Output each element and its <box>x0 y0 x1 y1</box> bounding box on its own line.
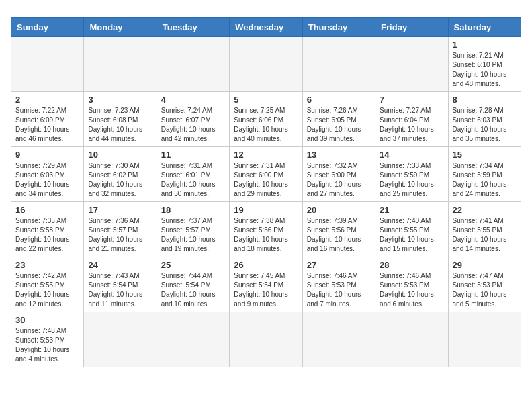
calendar-cell: 12Sunrise: 7:31 AM Sunset: 6:00 PM Dayli… <box>230 147 302 202</box>
calendar-cell: 14Sunrise: 7:33 AM Sunset: 5:59 PM Dayli… <box>375 147 448 202</box>
day-info: Sunrise: 7:40 AM Sunset: 5:55 PM Dayligh… <box>380 216 443 254</box>
weekday-thursday: Thursday <box>302 18 375 37</box>
calendar-cell: 28Sunrise: 7:46 AM Sunset: 5:53 PM Dayli… <box>375 257 448 312</box>
calendar-cell <box>230 312 302 367</box>
day-info: Sunrise: 7:27 AM Sunset: 6:04 PM Dayligh… <box>380 106 443 144</box>
day-number: 6 <box>307 95 371 105</box>
weekday-wednesday: Wednesday <box>230 18 302 37</box>
day-info: Sunrise: 7:23 AM Sunset: 6:08 PM Dayligh… <box>88 106 152 144</box>
calendar-cell: 19Sunrise: 7:38 AM Sunset: 5:56 PM Dayli… <box>230 202 302 257</box>
day-number: 9 <box>15 150 79 160</box>
day-info: Sunrise: 7:22 AM Sunset: 6:09 PM Dayligh… <box>15 106 79 144</box>
calendar-cell: 21Sunrise: 7:40 AM Sunset: 5:55 PM Dayli… <box>375 202 448 257</box>
day-number: 24 <box>88 260 152 270</box>
calendar-cell: 18Sunrise: 7:37 AM Sunset: 5:57 PM Dayli… <box>157 202 229 257</box>
calendar-cell: 9Sunrise: 7:29 AM Sunset: 6:03 PM Daylig… <box>11 147 84 202</box>
calendar-cell: 6Sunrise: 7:26 AM Sunset: 6:05 PM Daylig… <box>302 92 375 147</box>
calendar-cell <box>157 312 229 367</box>
day-number: 20 <box>307 205 371 215</box>
day-info: Sunrise: 7:37 AM Sunset: 5:57 PM Dayligh… <box>161 216 225 254</box>
day-number: 23 <box>15 260 79 270</box>
day-info: Sunrise: 7:31 AM Sunset: 6:01 PM Dayligh… <box>161 161 225 199</box>
day-info: Sunrise: 7:29 AM Sunset: 6:03 PM Dayligh… <box>15 161 79 199</box>
calendar-week-row: 30Sunrise: 7:48 AM Sunset: 5:53 PM Dayli… <box>11 312 521 367</box>
day-info: Sunrise: 7:43 AM Sunset: 5:54 PM Dayligh… <box>88 271 152 309</box>
day-info: Sunrise: 7:24 AM Sunset: 6:07 PM Dayligh… <box>161 106 225 144</box>
day-number: 18 <box>161 205 225 215</box>
day-number: 5 <box>234 95 298 105</box>
day-info: Sunrise: 7:28 AM Sunset: 6:03 PM Dayligh… <box>453 106 517 144</box>
day-number: 4 <box>161 95 225 105</box>
day-info: Sunrise: 7:45 AM Sunset: 5:54 PM Dayligh… <box>234 271 298 309</box>
day-number: 2 <box>15 95 79 105</box>
calendar-cell <box>230 37 302 92</box>
day-number: 16 <box>15 205 79 215</box>
calendar-cell: 5Sunrise: 7:25 AM Sunset: 6:06 PM Daylig… <box>230 92 302 147</box>
day-info: Sunrise: 7:46 AM Sunset: 5:53 PM Dayligh… <box>380 271 443 309</box>
day-number: 27 <box>307 260 371 270</box>
day-number: 19 <box>234 205 298 215</box>
calendar-cell: 1Sunrise: 7:21 AM Sunset: 6:10 PM Daylig… <box>448 37 521 92</box>
calendar-cell <box>375 37 448 92</box>
calendar-cell: 15Sunrise: 7:34 AM Sunset: 5:59 PM Dayli… <box>448 147 521 202</box>
calendar-table: SundayMondayTuesdayWednesdayThursdayFrid… <box>11 17 521 367</box>
day-number: 12 <box>234 150 298 160</box>
day-info: Sunrise: 7:41 AM Sunset: 5:55 PM Dayligh… <box>453 216 517 254</box>
day-number: 7 <box>380 95 443 105</box>
calendar-cell: 20Sunrise: 7:39 AM Sunset: 5:56 PM Dayli… <box>302 202 375 257</box>
day-info: Sunrise: 7:25 AM Sunset: 6:06 PM Dayligh… <box>234 106 298 144</box>
day-info: Sunrise: 7:48 AM Sunset: 5:53 PM Dayligh… <box>15 326 79 364</box>
calendar-cell: 29Sunrise: 7:47 AM Sunset: 5:53 PM Dayli… <box>448 257 521 312</box>
day-number: 1 <box>453 40 517 50</box>
weekday-tuesday: Tuesday <box>157 18 229 37</box>
day-info: Sunrise: 7:32 AM Sunset: 6:00 PM Dayligh… <box>307 161 371 199</box>
day-number: 17 <box>88 205 152 215</box>
day-info: Sunrise: 7:39 AM Sunset: 5:56 PM Dayligh… <box>307 216 371 254</box>
day-number: 10 <box>88 150 152 160</box>
calendar-week-row: 2Sunrise: 7:22 AM Sunset: 6:09 PM Daylig… <box>11 92 521 147</box>
calendar-cell: 13Sunrise: 7:32 AM Sunset: 6:00 PM Dayli… <box>302 147 375 202</box>
calendar-cell: 27Sunrise: 7:46 AM Sunset: 5:53 PM Dayli… <box>302 257 375 312</box>
calendar-cell: 25Sunrise: 7:44 AM Sunset: 5:54 PM Dayli… <box>157 257 229 312</box>
day-info: Sunrise: 7:44 AM Sunset: 5:54 PM Dayligh… <box>161 271 225 309</box>
calendar-cell: 11Sunrise: 7:31 AM Sunset: 6:01 PM Dayli… <box>157 147 229 202</box>
calendar-week-row: 9Sunrise: 7:29 AM Sunset: 6:03 PM Daylig… <box>11 147 521 202</box>
day-number: 21 <box>380 205 443 215</box>
day-number: 26 <box>234 260 298 270</box>
day-number: 15 <box>453 150 517 160</box>
calendar-cell: 22Sunrise: 7:41 AM Sunset: 5:55 PM Dayli… <box>448 202 521 257</box>
day-info: Sunrise: 7:38 AM Sunset: 5:56 PM Dayligh… <box>234 216 298 254</box>
calendar-cell: 2Sunrise: 7:22 AM Sunset: 6:09 PM Daylig… <box>11 92 84 147</box>
weekday-header-row: SundayMondayTuesdayWednesdayThursdayFrid… <box>11 18 521 37</box>
day-info: Sunrise: 7:42 AM Sunset: 5:55 PM Dayligh… <box>15 271 79 309</box>
day-number: 3 <box>88 95 152 105</box>
calendar-cell: 7Sunrise: 7:27 AM Sunset: 6:04 PM Daylig… <box>375 92 448 147</box>
calendar-cell <box>84 312 157 367</box>
calendar-cell <box>448 312 521 367</box>
calendar-cell <box>11 37 84 92</box>
day-info: Sunrise: 7:26 AM Sunset: 6:05 PM Dayligh… <box>307 106 371 144</box>
calendar-cell: 24Sunrise: 7:43 AM Sunset: 5:54 PM Dayli… <box>84 257 157 312</box>
calendar-week-row: 16Sunrise: 7:35 AM Sunset: 5:58 PM Dayli… <box>11 202 521 257</box>
calendar-cell: 23Sunrise: 7:42 AM Sunset: 5:55 PM Dayli… <box>11 257 84 312</box>
calendar-cell <box>375 312 448 367</box>
calendar-cell: 3Sunrise: 7:23 AM Sunset: 6:08 PM Daylig… <box>84 92 157 147</box>
day-info: Sunrise: 7:30 AM Sunset: 6:02 PM Dayligh… <box>88 161 152 199</box>
day-info: Sunrise: 7:31 AM Sunset: 6:00 PM Dayligh… <box>234 161 298 199</box>
calendar-week-row: 1Sunrise: 7:21 AM Sunset: 6:10 PM Daylig… <box>11 37 521 92</box>
calendar-cell: 26Sunrise: 7:45 AM Sunset: 5:54 PM Dayli… <box>230 257 302 312</box>
calendar-cell: 30Sunrise: 7:48 AM Sunset: 5:53 PM Dayli… <box>11 312 84 367</box>
day-number: 14 <box>380 150 443 160</box>
day-info: Sunrise: 7:46 AM Sunset: 5:53 PM Dayligh… <box>307 271 371 309</box>
calendar-cell <box>84 37 157 92</box>
day-number: 29 <box>453 260 517 270</box>
day-info: Sunrise: 7:47 AM Sunset: 5:53 PM Dayligh… <box>453 271 517 309</box>
day-number: 8 <box>453 95 517 105</box>
weekday-friday: Friday <box>375 18 448 37</box>
day-number: 22 <box>453 205 517 215</box>
calendar-cell <box>302 312 375 367</box>
calendar-week-row: 23Sunrise: 7:42 AM Sunset: 5:55 PM Dayli… <box>11 257 521 312</box>
weekday-monday: Monday <box>84 18 157 37</box>
calendar-cell: 10Sunrise: 7:30 AM Sunset: 6:02 PM Dayli… <box>84 147 157 202</box>
day-number: 25 <box>161 260 225 270</box>
